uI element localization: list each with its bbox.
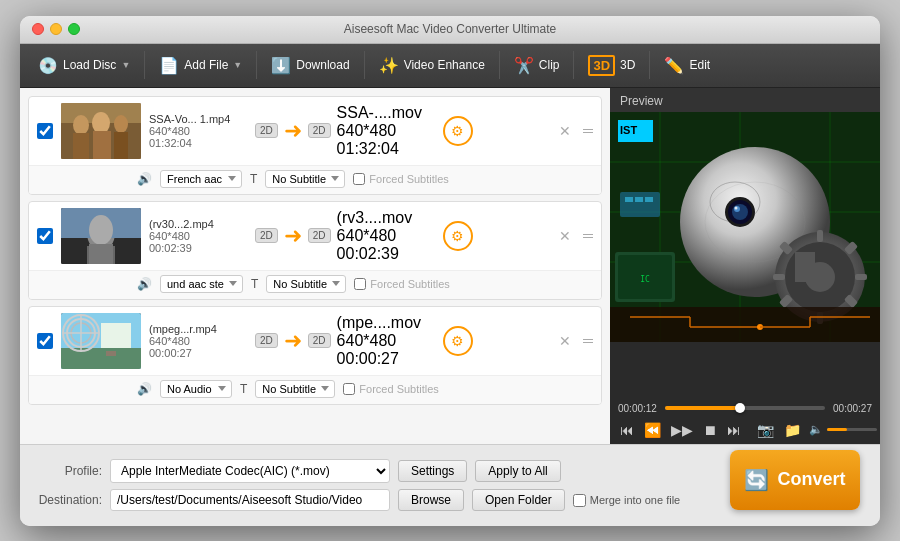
browse-button[interactable]: Browse (398, 489, 464, 511)
edit-button[interactable]: ✏️ Edit (654, 51, 720, 80)
current-time: 00:00:12 (618, 403, 657, 414)
file-1-audio-select[interactable]: French aac (160, 170, 242, 188)
file-2-output-info: (rv3....mov 640*480 00:02:39 (337, 209, 437, 263)
file-3-subtitle-select[interactable]: No Subtitle (255, 380, 335, 398)
play-button[interactable]: ▶▶ (669, 420, 695, 440)
close-button[interactable] (32, 23, 44, 35)
profile-row: Profile: Apple InterMediate Codec(AIC) (… (32, 459, 718, 483)
file-1-remove-button[interactable]: ✕ (555, 123, 575, 139)
file-2-output-res: 640*480 (337, 227, 437, 245)
file-2-input-info: (rv30...2.mp4 640*480 00:02:39 (149, 218, 249, 254)
minimize-button[interactable] (50, 23, 62, 35)
file-3-audio-select[interactable]: No Audio (160, 380, 232, 398)
file-1-expand-button[interactable] (583, 129, 593, 133)
volume-fill (827, 428, 847, 431)
svg-rect-14 (89, 244, 113, 264)
file-2-quick-settings[interactable]: ⚙ (443, 221, 473, 251)
folder-button[interactable]: 📁 (782, 420, 803, 440)
file-3-input-info: (mpeg...r.mp4 640*480 00:00:27 (149, 323, 249, 359)
3d-button[interactable]: 3D 3D (578, 50, 645, 81)
file-1-subtitle-select[interactable]: No Subtitle (265, 170, 345, 188)
file-1-input-info: SSA-Vo... 1.mp4 640*480 01:32:04 (149, 113, 249, 149)
volume-track[interactable] (827, 428, 877, 431)
svg-rect-16 (61, 348, 141, 369)
separator-5 (573, 51, 574, 79)
file-list-panel: SSA-Vo... 1.mp4 640*480 01:32:04 2D ➜ 2D… (20, 88, 610, 444)
add-file-icon: 📄 (159, 56, 179, 75)
total-time: 00:00:27 (833, 403, 872, 414)
svg-rect-6 (93, 131, 111, 159)
file-1-quick-settings[interactable]: ⚙ (443, 116, 473, 146)
skip-back-button[interactable]: ⏮ (618, 420, 636, 440)
download-button[interactable]: ⬇️ Download (261, 51, 359, 80)
file-3-expand-button[interactable] (583, 339, 593, 343)
file-2-remove-button[interactable]: ✕ (555, 228, 575, 244)
svg-rect-50 (817, 230, 823, 242)
merge-checkbox[interactable] (573, 494, 586, 507)
file-2-expand-button[interactable] (583, 234, 593, 238)
svg-rect-58 (795, 252, 815, 282)
svg-rect-23 (106, 351, 116, 356)
file-1-thumb-img (61, 103, 141, 159)
volume-icon: 🔈 (809, 423, 823, 436)
skip-forward-button[interactable]: ⏭ (725, 420, 743, 440)
profile-label: Profile: (32, 464, 102, 478)
file-1-arrow-icon: ➜ (284, 120, 302, 142)
file-3-output-info: (mpe....mov 640*480 00:00:27 (337, 314, 437, 368)
settings-button[interactable]: Settings (398, 460, 467, 482)
file-2-forced-checkbox[interactable] (354, 278, 366, 290)
svg-rect-35 (645, 197, 653, 202)
apply-all-button[interactable]: Apply to All (475, 460, 560, 482)
file-3-remove-button[interactable]: ✕ (555, 333, 575, 349)
file-2-subtitle-select[interactable]: No Subtitle (266, 275, 346, 293)
file-3-forced-checkbox[interactable] (343, 383, 355, 395)
file-3-input-res: 640*480 (149, 335, 249, 347)
file-1-input-res: 640*480 (149, 125, 249, 137)
enhance-icon: ✨ (379, 56, 399, 75)
file-2-input-dur: 00:02:39 (149, 242, 249, 254)
dest-input[interactable] (110, 489, 390, 511)
file-3-badge-2d-out: 2D (308, 333, 331, 348)
file-1-badge-2d-in: 2D (255, 123, 278, 138)
file-1-output-dur: 01:32:04 (337, 140, 437, 158)
svg-point-4 (114, 115, 128, 133)
progress-bar[interactable] (665, 406, 825, 410)
convert-label: Convert (777, 469, 845, 490)
load-disc-button[interactable]: 💿 Load Disc ▼ (28, 51, 140, 80)
maximize-button[interactable] (68, 23, 80, 35)
convert-button[interactable]: 🔄 Convert (730, 450, 860, 510)
playback-controls: ⏮ ⏪ ▶▶ ⏹ ⏭ 📷 📁 🔈 (618, 420, 872, 440)
file-1-checkbox[interactable] (37, 123, 53, 139)
file-3-forced-label: Forced Subtitles (359, 383, 438, 395)
quick-settings-icon-3: ⚙ (451, 333, 464, 349)
clip-icon: ✂️ (514, 56, 534, 75)
separator-3 (364, 51, 365, 79)
file-2-audio-icon: 🔊 (137, 277, 152, 291)
file-3-quick-settings[interactable]: ⚙ (443, 326, 473, 356)
add-file-button[interactable]: 📄 Add File ▼ (149, 51, 252, 80)
svg-rect-59 (610, 307, 880, 342)
file-3-input-name: (mpeg...r.mp4 (149, 323, 249, 335)
file-2-thumbnail (61, 208, 141, 264)
download-icon: ⬇️ (271, 56, 291, 75)
screenshot-button[interactable]: 📷 (755, 420, 776, 440)
file-2-input-name: (rv30...2.mp4 (149, 218, 249, 230)
volume-bar: 🔈 (809, 423, 877, 436)
clip-button[interactable]: ✂️ Clip (504, 51, 570, 80)
merge-row: Merge into one file (573, 494, 681, 507)
file-2-checkbox[interactable] (37, 228, 53, 244)
step-back-button[interactable]: ⏪ (642, 420, 663, 440)
file-3-input-dur: 00:00:27 (149, 347, 249, 359)
file-3-checkbox[interactable] (37, 333, 53, 349)
profile-select[interactable]: Apple InterMediate Codec(AIC) (*.mov) (110, 459, 390, 483)
stop-button[interactable]: ⏹ (701, 420, 719, 440)
add-file-label: Add File (184, 58, 228, 72)
file-3-output-dur: 00:00:27 (337, 350, 437, 368)
file-3-badge-2d-in: 2D (255, 333, 278, 348)
open-folder-button[interactable]: Open Folder (472, 489, 565, 511)
file-2-audio-select[interactable]: und aac ste (160, 275, 243, 293)
separator-4 (499, 51, 500, 79)
file-1-forced-checkbox[interactable] (353, 173, 365, 185)
file-1-subtitle-icon: T (250, 172, 257, 186)
video-enhance-button[interactable]: ✨ Video Enhance (369, 51, 495, 80)
